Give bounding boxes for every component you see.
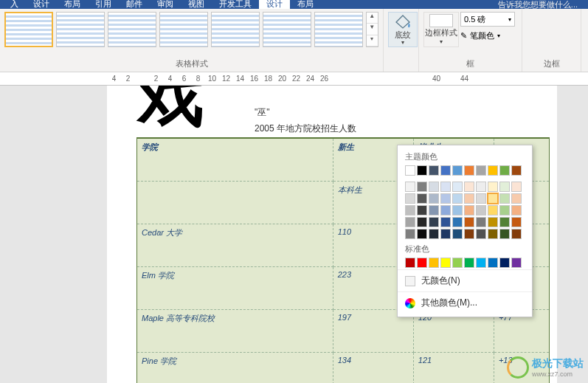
color-swatch[interactable] xyxy=(499,165,510,176)
tab-layout[interactable]: 布局 xyxy=(57,0,88,9)
color-swatch[interactable] xyxy=(476,217,486,227)
tell-me-input[interactable]: 告诉我您想要做什么... xyxy=(498,0,585,9)
color-swatch[interactable] xyxy=(440,165,451,176)
table-style-thumb-1[interactable] xyxy=(4,12,53,47)
pen-weight-select[interactable]: 0.5 磅▾ xyxy=(460,12,515,27)
color-swatch[interactable] xyxy=(511,258,522,268)
color-swatch[interactable] xyxy=(476,258,486,268)
color-swatch[interactable] xyxy=(452,217,463,227)
color-swatch[interactable] xyxy=(417,258,427,268)
color-swatch[interactable] xyxy=(464,205,474,215)
color-swatch[interactable] xyxy=(405,217,415,227)
color-swatch[interactable] xyxy=(429,217,439,227)
color-swatch[interactable] xyxy=(499,229,510,239)
color-swatch[interactable] xyxy=(488,229,498,239)
color-swatch[interactable] xyxy=(476,193,486,204)
color-swatch[interactable] xyxy=(405,165,415,176)
table-style-thumb-7[interactable] xyxy=(314,12,363,47)
color-swatch[interactable] xyxy=(488,258,498,268)
tab-dev[interactable]: 开发工具 xyxy=(212,0,259,9)
color-swatch[interactable] xyxy=(440,217,451,227)
color-swatch[interactable] xyxy=(452,182,463,192)
color-swatch[interactable] xyxy=(452,193,463,204)
tab-view[interactable]: 视图 xyxy=(181,0,212,9)
color-swatch[interactable] xyxy=(499,182,510,192)
more-colors-item[interactable]: 其他颜色(M)... xyxy=(398,291,532,314)
gallery-down-icon[interactable]: ▼ xyxy=(367,24,378,35)
table-cell[interactable]: Pine 学院 xyxy=(137,352,333,383)
color-swatch[interactable] xyxy=(429,229,439,239)
color-swatch[interactable] xyxy=(405,182,415,192)
table-style-thumb-5[interactable] xyxy=(211,12,260,47)
tab-references[interactable]: 引用 xyxy=(88,0,119,9)
tab-insert[interactable]: 入 xyxy=(3,0,26,9)
table-style-thumb-2[interactable] xyxy=(56,12,105,47)
color-swatch[interactable] xyxy=(499,193,510,204)
tab-mailings[interactable]: 邮件 xyxy=(119,0,150,9)
color-swatch[interactable] xyxy=(488,217,498,227)
color-swatch[interactable] xyxy=(511,229,522,239)
tab-review[interactable]: 审阅 xyxy=(150,0,181,9)
color-swatch[interactable] xyxy=(488,165,498,176)
color-swatch[interactable] xyxy=(405,229,415,239)
color-swatch[interactable] xyxy=(499,258,510,268)
color-swatch[interactable] xyxy=(488,182,498,192)
color-swatch[interactable] xyxy=(452,258,463,268)
color-swatch[interactable] xyxy=(440,205,451,215)
table-cell[interactable]: 121 xyxy=(413,352,494,383)
no-color-item[interactable]: 无颜色(N) xyxy=(398,269,532,291)
color-swatch[interactable] xyxy=(511,193,522,204)
color-swatch[interactable] xyxy=(440,182,451,192)
color-swatch[interactable] xyxy=(417,217,427,227)
color-swatch[interactable] xyxy=(464,182,474,192)
color-swatch[interactable] xyxy=(429,193,439,204)
color-swatch[interactable] xyxy=(429,182,439,192)
color-swatch[interactable] xyxy=(476,205,486,215)
color-swatch[interactable] xyxy=(405,193,415,204)
color-swatch[interactable] xyxy=(417,165,427,176)
table-style-thumb-6[interactable] xyxy=(263,12,311,47)
table-cell[interactable]: 134 xyxy=(333,352,413,383)
pen-color-button[interactable]: ✎ 笔颜色 ▾ xyxy=(460,28,515,43)
gallery-spinner[interactable]: ▲ ▼ ▾ xyxy=(366,12,379,47)
color-swatch[interactable] xyxy=(405,258,415,268)
color-swatch[interactable] xyxy=(440,193,451,204)
horizontal-ruler[interactable]: 4224681012141618202224264044 xyxy=(0,72,588,86)
shading-button[interactable]: 底纹 ▾ xyxy=(388,12,418,47)
color-swatch[interactable] xyxy=(511,165,522,176)
color-swatch[interactable] xyxy=(440,258,451,268)
color-swatch[interactable] xyxy=(476,229,486,239)
color-swatch[interactable] xyxy=(499,217,510,227)
color-swatch[interactable] xyxy=(464,229,474,239)
color-swatch[interactable] xyxy=(440,229,451,239)
color-swatch[interactable] xyxy=(464,193,474,204)
color-swatch[interactable] xyxy=(417,182,427,192)
color-swatch[interactable] xyxy=(511,217,522,227)
table-cell[interactable]: Elm 学院 xyxy=(137,266,333,309)
tab-design[interactable]: 设计 xyxy=(26,0,57,9)
table-style-thumb-4[interactable] xyxy=(159,12,208,47)
color-swatch[interactable] xyxy=(511,205,522,215)
color-swatch[interactable] xyxy=(417,193,427,204)
color-swatch[interactable] xyxy=(452,165,463,176)
color-swatch[interactable] xyxy=(452,229,463,239)
color-swatch[interactable] xyxy=(476,165,486,176)
border-style-button[interactable]: 边框样式 ▾ xyxy=(423,12,459,47)
color-swatch[interactable] xyxy=(464,217,474,227)
color-swatch[interactable] xyxy=(511,182,522,192)
tab-table-design[interactable]: 设计 xyxy=(259,0,290,9)
tab-table-layout[interactable]: 布局 xyxy=(290,0,321,9)
table-cell[interactable]: Maple 高等专科院校 xyxy=(137,309,333,352)
table-cell[interactable] xyxy=(137,181,333,224)
table-header[interactable]: 学院 xyxy=(137,138,333,181)
color-swatch[interactable] xyxy=(488,193,498,204)
color-swatch[interactable] xyxy=(499,205,510,215)
color-swatch[interactable] xyxy=(429,205,439,215)
color-swatch[interactable] xyxy=(417,229,427,239)
color-swatch[interactable] xyxy=(429,165,439,176)
gallery-more-icon[interactable]: ▾ xyxy=(367,35,378,46)
color-swatch[interactable] xyxy=(429,258,439,268)
table-style-thumb-3[interactable] xyxy=(108,12,156,47)
table-cell[interactable]: Cedar 大学 xyxy=(137,224,333,266)
color-swatch[interactable] xyxy=(405,205,415,215)
